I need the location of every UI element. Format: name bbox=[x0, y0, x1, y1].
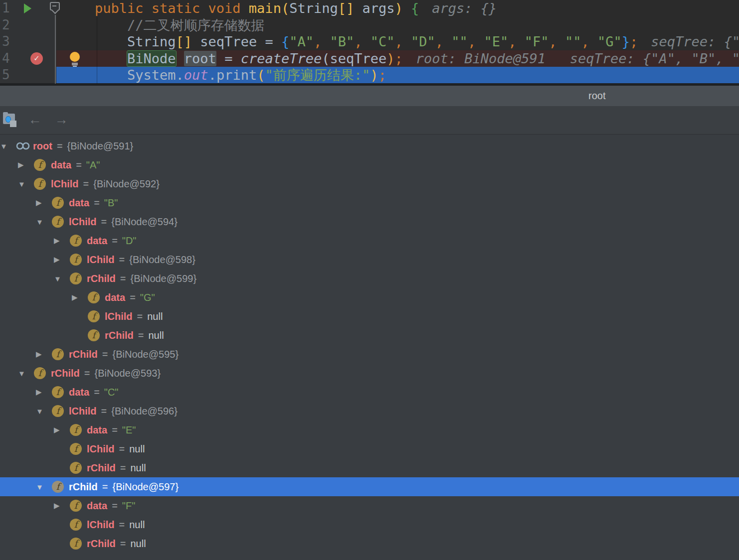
chevron-collapsed-icon[interactable]: ▶ bbox=[72, 293, 81, 302]
chevron-collapsed-icon[interactable]: ▶ bbox=[54, 425, 63, 434]
equals-sign: = bbox=[137, 311, 143, 322]
chevron-expanded-icon[interactable]: ▼ bbox=[36, 407, 45, 416]
variable-row-rChild[interactable]: ▼frChild={BiNode@599} bbox=[0, 269, 739, 288]
code-token: "C" bbox=[370, 34, 395, 49]
chevron-expanded-icon[interactable]: ▼ bbox=[36, 218, 45, 226]
variable-row-lChild[interactable]: flChild=null bbox=[0, 307, 739, 326]
variable-row-rChild[interactable]: ▼frChild={BiNode@597} bbox=[0, 477, 739, 496]
line-number: 5 bbox=[2, 67, 10, 84]
field-icon: f bbox=[70, 254, 82, 266]
chevron-collapsed-icon[interactable]: ▶ bbox=[36, 350, 45, 359]
variable-name: rChild bbox=[69, 481, 98, 493]
variable-row-data[interactable]: ▶fdata="E" bbox=[0, 420, 739, 439]
code-token: "F" bbox=[525, 34, 549, 49]
field-icon: f bbox=[88, 329, 100, 341]
chevron-expanded-icon[interactable]: ▼ bbox=[0, 142, 9, 150]
variable-row-root[interactable]: ▼root={BiNode@591} bbox=[0, 137, 739, 155]
variable-row-lChild[interactable]: ▼flChild={BiNode@594} bbox=[0, 212, 739, 231]
variable-value: "F" bbox=[122, 500, 135, 512]
chevron-collapsed-icon[interactable]: ▶ bbox=[18, 160, 27, 169]
run-method-icon[interactable] bbox=[24, 3, 31, 13]
editor-gutter[interactable]: 3 bbox=[0, 33, 56, 50]
field-icon: f bbox=[52, 481, 64, 493]
code-token: "" bbox=[565, 34, 581, 49]
code-editor[interactable]: 1public static void main(String[] args) … bbox=[0, 0, 739, 84]
code-token: print bbox=[216, 67, 257, 83]
code-token: ; bbox=[630, 34, 638, 49]
variable-name: data bbox=[87, 235, 107, 247]
variable-value: {BiNode@593} bbox=[94, 368, 161, 379]
editor-gutter[interactable]: 4✓ bbox=[0, 50, 56, 67]
code-token: ; bbox=[395, 51, 403, 66]
variable-row-rChild[interactable]: ▶frChild={BiNode@595} bbox=[0, 345, 739, 364]
variable-value: null bbox=[129, 443, 145, 455]
chevron-expanded-icon[interactable]: ▼ bbox=[18, 180, 27, 188]
variable-name: data bbox=[69, 197, 89, 209]
variables-tree[interactable]: ▼root={BiNode@591}▶fdata="A"▼flChild={Bi… bbox=[0, 135, 739, 560]
variable-row-data[interactable]: ▶fdata="D" bbox=[0, 231, 739, 250]
variable-name: rChild bbox=[87, 538, 116, 550]
show-in-variables-view-icon[interactable] bbox=[3, 112, 19, 129]
code-text[interactable]: BiNode root = createTree(seqTree);root: … bbox=[56, 50, 739, 67]
variable-row-lChild[interactable]: ▼flChild={BiNode@592} bbox=[0, 174, 739, 193]
code-text[interactable]: public static void main(String[] args) {… bbox=[56, 0, 739, 17]
chevron-collapsed-icon[interactable]: ▶ bbox=[36, 388, 45, 397]
field-icon: f bbox=[52, 197, 64, 209]
field-icon: f bbox=[70, 538, 82, 550]
intention-bulb-icon[interactable] bbox=[69, 51, 81, 66]
code-token: } bbox=[622, 34, 630, 49]
navigate-back-icon[interactable]: ← bbox=[26, 106, 44, 134]
code-text[interactable]: //二叉树顺序存储数据 bbox=[56, 17, 739, 34]
chevron-collapsed-icon[interactable]: ▶ bbox=[36, 198, 45, 207]
chevron-expanded-icon[interactable]: ▼ bbox=[54, 275, 63, 283]
variable-row-data[interactable]: ▶fdata="A" bbox=[0, 155, 739, 174]
variable-row-lChild[interactable]: ▶flChild={BiNode@598} bbox=[0, 250, 739, 269]
variable-row-rChild[interactable]: frChild=null bbox=[0, 534, 739, 553]
chevron-collapsed-icon[interactable]: ▶ bbox=[54, 236, 63, 245]
variable-row-data[interactable]: ▶fdata="B" bbox=[0, 193, 739, 212]
chevron-expanded-icon[interactable]: ▼ bbox=[36, 483, 45, 491]
code-token bbox=[95, 17, 127, 33]
field-icon: f bbox=[34, 178, 46, 190]
variable-row-lChild[interactable]: flChild=null bbox=[0, 439, 739, 458]
variable-row-lChild[interactable]: flChild=null bbox=[0, 515, 739, 534]
variable-name: data bbox=[51, 159, 71, 171]
code-token bbox=[176, 51, 184, 66]
code-token: . bbox=[176, 67, 184, 83]
navigate-forward-icon[interactable]: → bbox=[52, 106, 70, 134]
equals-sign: = bbox=[84, 368, 90, 379]
code-line[interactable]: 3 String[] seqTree = {"A", "B", "C", "D"… bbox=[0, 33, 739, 50]
field-icon: f bbox=[34, 367, 46, 379]
equals-sign: = bbox=[57, 140, 63, 152]
variable-row-lChild[interactable]: ▼flChild={BiNode@596} bbox=[0, 402, 739, 420]
variable-row-data[interactable]: ▶fdata="G" bbox=[0, 288, 739, 307]
chevron-expanded-icon[interactable]: ▼ bbox=[18, 369, 27, 378]
editor-gutter[interactable]: 5 bbox=[0, 67, 56, 84]
code-line[interactable]: 1public static void main(String[] args) … bbox=[0, 0, 739, 17]
variable-row-rChild[interactable]: frChild=null bbox=[0, 458, 739, 477]
equals-sign: = bbox=[130, 292, 136, 303]
variable-row-rChild[interactable]: frChild=null bbox=[0, 326, 739, 345]
editor-gutter[interactable]: 1 bbox=[0, 0, 56, 17]
variable-value: {BiNode@592} bbox=[93, 178, 160, 190]
variable-value: {BiNode@591} bbox=[67, 140, 134, 152]
variable-row-rChild[interactable]: ▼frChild={BiNode@593} bbox=[0, 364, 739, 383]
editor-gutter[interactable]: 2 bbox=[0, 17, 56, 34]
variable-row-data[interactable]: ▶fdata="F" bbox=[0, 496, 739, 515]
code-token: , bbox=[508, 34, 525, 49]
breakpoint-icon[interactable]: ✓ bbox=[30, 52, 43, 65]
chevron-collapsed-icon[interactable]: ▶ bbox=[54, 501, 63, 510]
code-line[interactable]: 4✓ BiNode root = createTree(seqTree);roo… bbox=[0, 50, 739, 67]
code-text[interactable]: System.out.print("前序遍历结果:"); bbox=[56, 67, 739, 84]
equals-sign: = bbox=[119, 443, 125, 455]
code-line[interactable]: 2 //二叉树顺序存储数据 bbox=[0, 17, 739, 34]
code-text[interactable]: String[] seqTree = {"A", "B", "C", "D", … bbox=[56, 33, 739, 50]
code-token: BiNode bbox=[127, 51, 176, 66]
chevron-collapsed-icon[interactable]: ▶ bbox=[54, 255, 63, 264]
variable-row-data[interactable]: ▶fdata="C" bbox=[0, 383, 739, 402]
variable-value: null bbox=[129, 519, 145, 531]
fold-marker-icon[interactable] bbox=[50, 2, 60, 10]
code-line[interactable]: 5 System.out.print("前序遍历结果:"); bbox=[0, 67, 739, 84]
variable-value: null bbox=[130, 462, 146, 474]
variable-value: {BiNode@598} bbox=[129, 254, 195, 266]
